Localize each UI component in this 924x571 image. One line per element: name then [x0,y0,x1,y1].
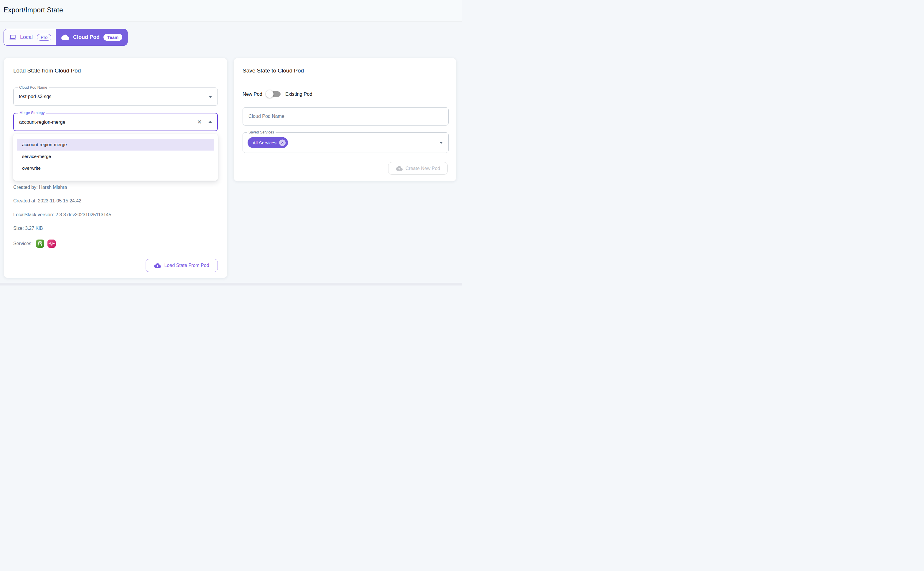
cloud-download-icon [154,262,161,269]
header-divider [0,22,462,22]
meta-size: Size: 3.27 KiB [13,226,43,231]
load-state-button[interactable]: Load State From Pod [145,259,218,272]
meta-version: LocalStack version: 2.3.3.dev20231025113… [13,212,111,218]
services-row: Services: [13,239,56,248]
cloud-pod-name-label: Cloud Pod Name [18,85,49,90]
save-state-card: Save State to Cloud Pod New Pod Existing… [233,58,457,182]
tab-cloud-pod-label: Cloud Pod [73,34,100,40]
services-label: Services: [13,241,33,246]
pro-badge: Pro [37,34,51,41]
merge-strategy-label: Merge Strategy [18,111,46,116]
load-card-title: Load State from Cloud Pod [13,68,81,74]
merge-strategy-input[interactable]: Merge Strategy account-region-merge ✕ [13,113,218,131]
page-header: Export/Import State [0,0,462,22]
text-cursor [66,119,66,125]
tab-local[interactable]: Local Pro [3,29,56,46]
cloud-upload-icon [396,165,403,172]
sqs-service-icon [48,239,56,248]
merge-options-menu: account-region-merge service-merge overw… [13,134,218,181]
menu-option-overwrite[interactable]: overwrite [17,162,214,174]
menu-option-account-region-merge[interactable]: account-region-merge [17,139,214,151]
create-new-pod-button[interactable]: Create New Pod [388,162,448,175]
clear-icon[interactable]: ✕ [197,119,202,125]
load-state-card: Load State from Cloud Pod Cloud Pod Name… [3,58,227,278]
chip-delete-icon[interactable]: ✕ [279,139,286,146]
existing-pod-label: Existing Pod [285,91,312,97]
saved-services-label: Saved Services [247,130,276,135]
new-pod-label: New Pod [243,91,262,97]
chevron-down-icon[interactable] [209,96,212,98]
merge-strategy-value: account-region-merge [19,119,66,125]
all-services-chip[interactable]: All Services ✕ [247,137,288,148]
team-badge: Team [104,34,122,41]
tab-local-label: Local [20,34,33,40]
load-state-button-label: Load State From Pod [164,263,209,268]
page-title: Export/Import State [3,6,63,14]
export-import-page: Export/Import State Local Pro Cloud Pod … [0,0,462,286]
horizontal-scrollbar-track [0,283,462,286]
chevron-down-icon[interactable] [439,142,443,144]
saved-services-select[interactable]: Saved Services All Services ✕ [243,132,448,153]
laptop-icon [9,34,17,41]
cloud-pod-name-input[interactable] [243,107,448,125]
cloud-icon [61,33,69,41]
cloud-pod-name-value: test-pod-s3-sqs [19,94,51,99]
tab-cloud-pod[interactable]: Cloud Pod Team [56,29,128,46]
menu-option-service-merge[interactable]: service-merge [17,151,214,162]
meta-created-at: Created at: 2023-11-05 15:24:42 [13,198,81,204]
cloud-pod-name-select[interactable]: Cloud Pod Name test-pod-s3-sqs [13,88,218,106]
mode-toggle: Local Pro Cloud Pod Team [3,29,128,46]
meta-created-by: Created by: Harsh Mishra [13,185,67,190]
pod-mode-toggle-row: New Pod Existing Pod [243,89,312,99]
all-services-chip-label: All Services [253,140,277,145]
save-card-title: Save State to Cloud Pod [243,68,304,74]
s3-service-icon [36,239,44,248]
chevron-up-icon[interactable] [209,121,212,123]
create-new-pod-button-label: Create New Pod [406,166,440,171]
switch-knob[interactable] [266,90,273,98]
pod-mode-switch[interactable] [266,90,281,98]
